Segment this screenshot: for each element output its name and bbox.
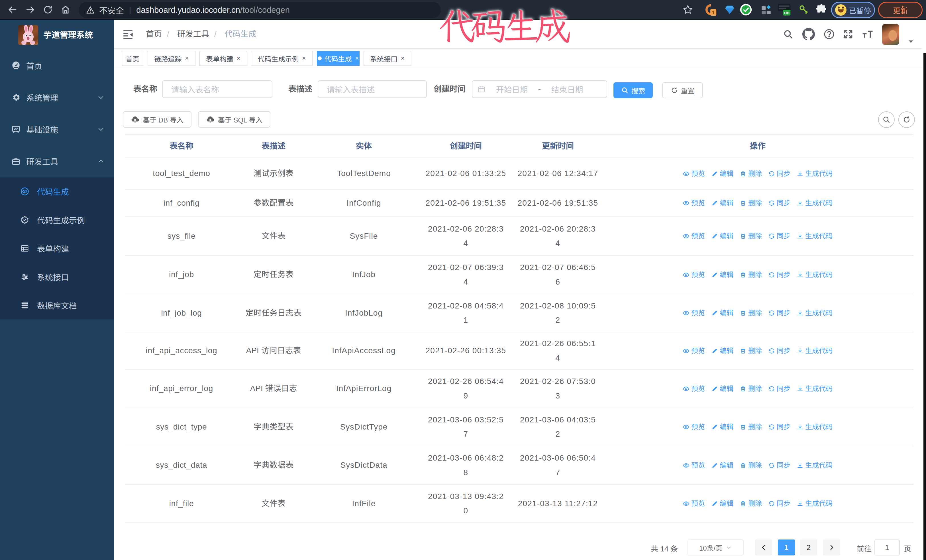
svg-text:on: on: [784, 10, 790, 15]
svg-text:1: 1: [712, 10, 715, 15]
